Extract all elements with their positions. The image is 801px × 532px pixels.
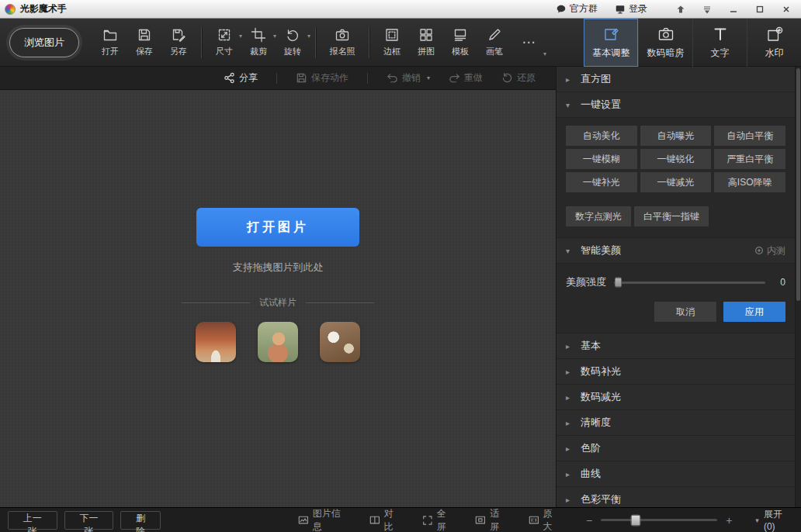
expand-button[interactable]: ▾ 展开(0): [755, 508, 793, 532]
save-action-button[interactable]: 保存动作: [296, 71, 348, 85]
brush-button[interactable]: 画笔: [477, 22, 511, 64]
tab-text[interactable]: 文字: [692, 19, 747, 67]
restore-button[interactable]: 还原: [501, 71, 536, 85]
save-action-icon: [296, 72, 307, 84]
skin-icon: [702, 5, 712, 14]
section-histogram[interactable]: ▸ 直方图: [557, 67, 795, 92]
share-button[interactable]: 分享: [224, 71, 258, 85]
samples-title: 试试样片: [182, 296, 374, 309]
rotate-icon: [285, 27, 300, 43]
original-size-button[interactable]: 原大: [529, 507, 561, 532]
app-logo-icon: [5, 4, 16, 15]
save-as-button[interactable]: 另存: [161, 22, 196, 64]
boss-key-button[interactable]: [671, 2, 691, 17]
section-smart-beauty[interactable]: ▾ 智能美颜 内测: [557, 238, 795, 264]
close-icon: [782, 5, 791, 14]
sample-thumbnail-flatlay[interactable]: [320, 322, 360, 362]
section-digital-dim-light[interactable]: ▸ 数码减光: [557, 385, 795, 410]
one-key-blur-button[interactable]: 一键模糊: [566, 149, 637, 169]
section-levels[interactable]: ▸ 色阶: [557, 436, 795, 461]
image-info-button[interactable]: 图片信息: [298, 507, 349, 532]
section-color-balance[interactable]: ▸ 色彩平衡: [557, 487, 795, 507]
watermark-icon: [766, 26, 783, 43]
login-button[interactable]: 登录: [615, 2, 647, 16]
compare-button[interactable]: 对比: [369, 507, 402, 532]
zoom-slider-thumb[interactable]: [631, 514, 641, 526]
tab-basic-adjust[interactable]: 基本调整: [584, 19, 638, 67]
maximize-button[interactable]: [750, 2, 770, 17]
more-tools-button[interactable]: ⋯ ▾: [511, 22, 546, 64]
open-button[interactable]: 打开: [93, 22, 127, 64]
fullscreen-button[interactable]: 全屏: [422, 507, 455, 532]
beauty-apply-button[interactable]: 应用: [723, 302, 785, 322]
tab-watermark-label: 水印: [765, 47, 784, 60]
collage-icon: [418, 27, 434, 43]
save-button[interactable]: 保存: [127, 22, 161, 64]
template-label: 模板: [452, 46, 469, 57]
image-canvas[interactable]: 打开图片 支持拖拽图片到此处 试试样片: [0, 90, 556, 507]
fit-screen-icon: [475, 515, 486, 526]
open-image-button[interactable]: 打开图片: [196, 208, 359, 247]
panel-scrollbar[interactable]: [795, 67, 801, 507]
chevron-right-icon: ▸: [566, 470, 574, 478]
one-key-dim-light-button[interactable]: 一键减光: [640, 172, 712, 192]
close-button[interactable]: [776, 2, 796, 17]
rotate-dropdown-caret-icon[interactable]: ▾: [307, 33, 310, 40]
redo-button[interactable]: 重做: [449, 71, 483, 85]
previous-image-button[interactable]: 上一张: [8, 511, 57, 530]
digital-spot-metering-button[interactable]: 数字点测光: [566, 206, 631, 226]
undo-button[interactable]: 撤销 ▾: [387, 71, 430, 85]
section-curves[interactable]: ▸ 曲线: [557, 461, 795, 487]
beauty-strength-slider-thumb[interactable]: [615, 278, 622, 288]
toolbar-separator: [369, 27, 369, 58]
auto-exposure-button[interactable]: 自动曝光: [640, 126, 712, 146]
collage-button[interactable]: 拼图: [409, 22, 443, 64]
zoom-in-button[interactable]: +: [726, 514, 732, 527]
browse-images-button[interactable]: 浏览图片: [9, 28, 79, 57]
high-iso-denoise-button[interactable]: 高ISO降噪: [714, 172, 785, 192]
section-basic[interactable]: ▸ 基本: [557, 333, 795, 359]
beauty-cancel-button[interactable]: 取消: [654, 302, 716, 322]
severe-white-balance-button[interactable]: 严重白平衡: [714, 149, 785, 169]
section-digital-fill-light[interactable]: ▸ 数码补光: [557, 359, 795, 385]
resize-button[interactable]: 尺寸 ▾: [207, 22, 241, 64]
save-label: 保存: [136, 46, 153, 57]
one-key-fill-light-button[interactable]: 一键补光: [566, 172, 637, 192]
zoom-out-button[interactable]: −: [586, 514, 592, 527]
one-key-sharpen-button[interactable]: 一键锐化: [640, 149, 712, 169]
section-clarity[interactable]: ▸ 清晰度: [557, 410, 795, 436]
text-icon: [712, 26, 729, 43]
auto-beautify-button[interactable]: 自动美化: [566, 126, 637, 146]
sample-thumbnail-portrait[interactable]: [258, 322, 298, 362]
minimize-button[interactable]: [723, 2, 744, 17]
id-photo-button[interactable]: 报名照: [321, 22, 363, 64]
next-image-button[interactable]: 下一张: [64, 511, 114, 530]
more-dropdown-caret-icon[interactable]: ▾: [543, 50, 546, 57]
skin-button[interactable]: [697, 2, 717, 17]
beauty-strength-slider[interactable]: [614, 282, 765, 284]
border-button[interactable]: 边框: [375, 22, 409, 64]
auto-white-balance-button[interactable]: 自动白平衡: [714, 126, 785, 146]
compare-label: 对比: [384, 507, 403, 532]
divider-line: [306, 302, 374, 303]
original-size-icon: [529, 515, 539, 526]
chevron-right-icon: ▸: [566, 393, 574, 402]
sample-thumbnail-canyon[interactable]: [196, 322, 236, 362]
restore-label: 还原: [517, 71, 536, 85]
crop-button[interactable]: 裁剪 ▾: [241, 22, 276, 64]
white-balance-one-touch-button[interactable]: 白平衡一指键: [634, 206, 709, 226]
template-button[interactable]: 模板: [443, 22, 477, 64]
panel-scrollbar-thumb[interactable]: [796, 68, 800, 301]
chevron-right-icon: ▸: [566, 419, 574, 427]
zoom-slider[interactable]: [601, 519, 717, 521]
resize-icon: [217, 27, 232, 43]
official-group-button[interactable]: 官方群: [556, 2, 598, 16]
tab-darkroom[interactable]: 数码暗房: [638, 19, 692, 67]
section-one-key-settings[interactable]: ▾ 一键设置: [557, 92, 795, 118]
undo-dropdown-caret-icon[interactable]: ▾: [427, 74, 430, 81]
delete-image-button[interactable]: 删除: [120, 511, 161, 530]
fit-screen-button[interactable]: 适屏: [475, 507, 508, 532]
expand-caret-icon: ▾: [755, 516, 759, 524]
rotate-button[interactable]: 旋转 ▾: [276, 22, 310, 64]
tab-watermark[interactable]: 水印: [747, 19, 801, 67]
